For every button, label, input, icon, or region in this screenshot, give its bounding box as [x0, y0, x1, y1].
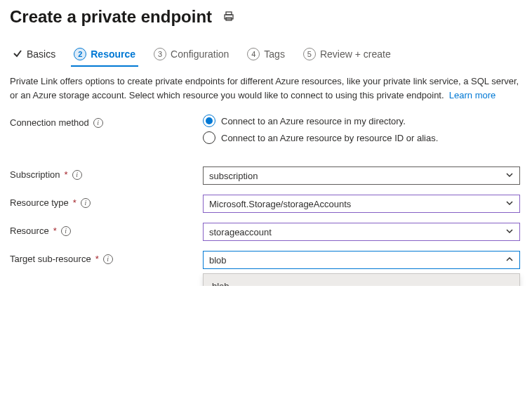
description-text: Private Link offers options to create pr… — [10, 74, 522, 102]
radio-icon — [203, 115, 215, 127]
tab-review-label: Review + create — [320, 48, 391, 60]
subscription-label: Subscription — [10, 169, 60, 180]
radio-label: Connect to an Azure resource in my direc… — [221, 116, 406, 126]
tab-review[interactable]: 5 Review + create — [300, 44, 394, 66]
target-sub-resource-dropdown: blob table queue file web dfs — [203, 273, 520, 286]
print-icon[interactable] — [223, 11, 234, 24]
resource-type-value: Microsoft.Storage/storageAccounts — [209, 199, 351, 209]
chevron-down-icon — [505, 171, 514, 181]
subscription-select[interactable]: subscription — [203, 166, 520, 185]
wizard-tabs: Basics 2 Resource 3 Configuration 4 Tags… — [10, 44, 522, 66]
radio-connect-directory[interactable]: Connect to an Azure resource in my direc… — [203, 115, 520, 127]
info-icon[interactable]: i — [103, 254, 113, 264]
step-number: 2 — [74, 48, 86, 60]
info-icon[interactable]: i — [81, 198, 91, 208]
page-title: Create a private endpoint — [10, 7, 212, 27]
learn-more-link[interactable]: Learn more — [449, 90, 496, 100]
radio-icon — [203, 131, 215, 144]
target-sub-resource-select[interactable]: blob — [203, 251, 520, 269]
tab-configuration[interactable]: 3 Configuration — [151, 44, 232, 66]
info-icon[interactable]: i — [61, 226, 71, 236]
check-icon — [13, 48, 22, 60]
tab-resource-label: Resource — [91, 48, 135, 60]
resource-value: storageaccount — [209, 227, 272, 237]
step-number: 3 — [154, 48, 166, 60]
tab-configuration-label: Configuration — [171, 48, 229, 60]
target-sub-resource-value: blob — [209, 255, 227, 266]
resource-select[interactable]: storageaccount — [203, 223, 520, 241]
required-indicator: * — [95, 254, 99, 264]
chevron-down-icon — [505, 199, 514, 209]
radio-label: Connect to an Azure resource by resource… — [221, 133, 438, 143]
resource-label: Resource — [10, 226, 49, 236]
required-indicator: * — [65, 169, 68, 180]
resource-type-select[interactable]: Microsoft.Storage/storageAccounts — [203, 195, 520, 213]
chevron-up-icon — [505, 255, 514, 266]
connection-method-label: Connection method — [10, 117, 89, 128]
required-indicator: * — [73, 197, 77, 208]
chevron-down-icon — [505, 227, 514, 237]
tab-resource[interactable]: 2 Resource — [71, 44, 138, 66]
tab-tags[interactable]: 4 Tags — [244, 44, 288, 66]
required-indicator: * — [53, 226, 57, 236]
step-number: 5 — [303, 48, 316, 60]
tab-tags-label: Tags — [264, 48, 285, 60]
resource-type-label: Resource type — [10, 197, 69, 208]
dropdown-option-blob[interactable]: blob — [204, 274, 519, 286]
target-sub-resource-label: Target sub-resource — [10, 254, 91, 264]
subscription-value: subscription — [209, 171, 258, 181]
tab-basics-label: Basics — [27, 48, 55, 60]
tab-basics[interactable]: Basics — [10, 44, 58, 66]
svg-rect-0 — [226, 12, 232, 15]
info-icon[interactable]: i — [72, 170, 82, 180]
radio-connect-resource-id[interactable]: Connect to an Azure resource by resource… — [203, 131, 520, 144]
step-number: 4 — [247, 48, 260, 60]
info-icon[interactable]: i — [93, 118, 103, 128]
